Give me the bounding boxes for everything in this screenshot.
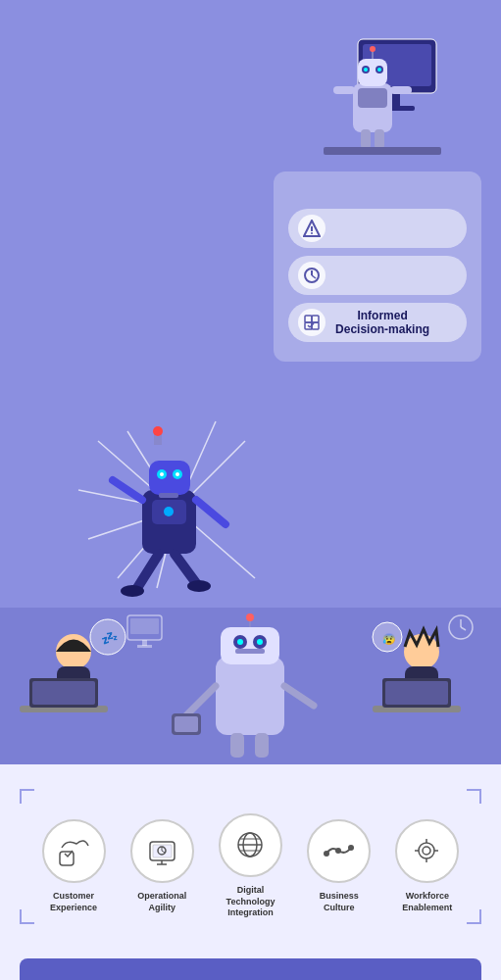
specialists-header <box>20 958 481 980</box>
operational-agility-icon <box>130 819 194 883</box>
svg-point-108 <box>335 848 341 854</box>
running-robot-section <box>0 412 501 608</box>
business-culture-icon <box>307 819 371 883</box>
robot-computer-illustration <box>304 20 451 167</box>
svg-text:😰: 😰 <box>382 632 396 646</box>
svg-rect-91 <box>130 618 159 634</box>
agility-box: InformedDecision-making <box>274 172 481 362</box>
svg-rect-94 <box>60 852 74 865</box>
svg-point-9 <box>364 68 368 72</box>
svg-rect-16 <box>375 129 384 149</box>
digital-technology-icon <box>219 813 282 877</box>
specialists-title <box>39 970 462 980</box>
agility-item-1 <box>288 209 467 248</box>
svg-point-55 <box>121 585 144 597</box>
specialists-section: </> SoftwareEngineer <box>0 944 501 980</box>
svg-point-20 <box>311 232 313 234</box>
workforce-enablement-icon <box>395 819 459 883</box>
svg-rect-84 <box>385 681 448 705</box>
svg-rect-17 <box>324 147 441 155</box>
svg-point-56 <box>187 580 211 592</box>
framework-item-workforce: WorkforceEnablement <box>388 819 467 913</box>
svg-point-69 <box>237 639 243 645</box>
framework-items-container: CustomerExperience OperationalAgility <box>29 813 472 919</box>
svg-point-111 <box>423 847 430 855</box>
svg-rect-25 <box>312 316 319 322</box>
svg-rect-66 <box>221 627 279 664</box>
decision-making-icon <box>298 309 326 336</box>
framework-item-customer: CustomerExperience <box>34 819 113 913</box>
svg-rect-2 <box>392 93 400 108</box>
framework-label-customer: CustomerExperience <box>50 891 97 913</box>
svg-point-47 <box>175 472 179 476</box>
framework-label-operational: OperationalAgility <box>137 891 186 913</box>
hyper-awareness-icon <box>298 215 326 242</box>
svg-point-50 <box>164 507 174 516</box>
main-title <box>20 29 274 60</box>
svg-rect-14 <box>390 86 412 94</box>
framework-item-digital: DigitalTechnologyIntegration <box>211 813 289 919</box>
svg-point-43 <box>153 426 163 436</box>
framework-label-digital: DigitalTechnologyIntegration <box>226 885 276 919</box>
svg-point-107 <box>324 851 329 857</box>
agility-label-3: InformedDecision-making <box>335 309 429 337</box>
agility-title <box>288 183 467 199</box>
svg-text:💤: 💤 <box>101 630 119 647</box>
framework-section: CustomerExperience OperationalAgility <box>0 764 501 944</box>
svg-rect-6 <box>358 59 387 86</box>
svg-rect-76 <box>175 716 198 732</box>
svg-rect-48 <box>159 493 178 498</box>
svg-rect-62 <box>32 681 95 705</box>
svg-rect-30 <box>0 412 501 608</box>
hero-right: InformedDecision-making <box>274 20 481 362</box>
svg-rect-13 <box>333 86 355 94</box>
svg-point-10 <box>377 68 381 72</box>
svg-rect-78 <box>230 733 244 758</box>
svg-point-73 <box>246 613 254 621</box>
svg-rect-5 <box>358 88 387 108</box>
svg-point-46 <box>160 472 164 476</box>
framework-item-operational: OperationalAgility <box>123 819 201 913</box>
svg-rect-41 <box>149 461 190 495</box>
svg-point-70 <box>257 639 263 645</box>
agility-item-2 <box>288 256 467 295</box>
svg-rect-24 <box>305 316 312 322</box>
svg-rect-71 <box>235 649 265 654</box>
fast-execution-icon <box>298 262 326 289</box>
framework-label-business: BusinessCulture <box>320 891 359 913</box>
svg-rect-65 <box>216 657 284 735</box>
people-section: 💤 😰 <box>0 608 501 764</box>
hero-left <box>20 20 274 74</box>
agility-item-3: InformedDecision-making <box>288 303 467 343</box>
svg-rect-79 <box>255 733 269 758</box>
framework-label-workforce: WorkforceEnablement <box>402 891 452 913</box>
svg-line-23 <box>312 275 316 278</box>
svg-point-80 <box>404 634 439 669</box>
svg-point-110 <box>419 843 434 858</box>
hero-section: InformedDecision-making <box>0 0 501 412</box>
svg-point-12 <box>370 46 376 52</box>
svg-rect-15 <box>361 129 371 149</box>
framework-item-business: BusinessCulture <box>300 819 378 913</box>
svg-point-109 <box>348 845 354 851</box>
svg-rect-93 <box>137 645 152 648</box>
customer-experience-icon <box>42 819 106 883</box>
